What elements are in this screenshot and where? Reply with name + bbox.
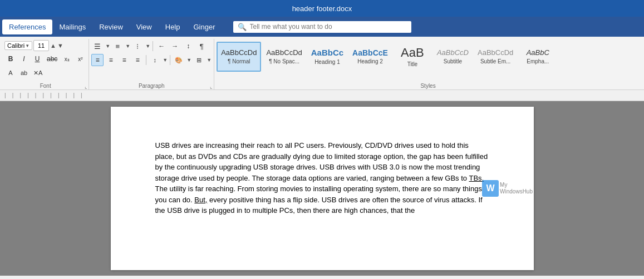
align-center-button[interactable]: ≡ — [105, 54, 117, 66]
but-text: But, — [194, 196, 207, 204]
numbering-dropdown[interactable]: ▼ — [125, 43, 130, 49]
divider2 — [146, 55, 146, 65]
style-no-spacing-label: ¶ No Spac... — [269, 58, 299, 64]
tbs-text: TBs. — [469, 174, 484, 182]
document-page[interactable]: USB drives are increasing their reach to… — [111, 107, 534, 270]
ruler: | | | | | | | | | | | — [4, 92, 82, 98]
font-size-up[interactable]: ▲ — [50, 42, 56, 49]
styles-list: AaBbCcDd ¶ Normal AaBbCcDd ¶ No Spac... … — [217, 40, 640, 82]
document-body: USB drives are increasing their reach to… — [155, 140, 489, 216]
sort-button[interactable]: ↕ — [182, 40, 194, 52]
styles-group-label: Styles — [214, 83, 642, 89]
clear-format-button[interactable]: ✕A — [31, 67, 45, 79]
font-expand[interactable]: ⌞ — [85, 83, 87, 89]
font-dropdown-arrow: ▼ — [25, 43, 30, 48]
numbering-button[interactable]: ≡ — [111, 40, 124, 52]
style-heading1[interactable]: AaBbCc Heading 1 — [307, 42, 347, 72]
paragraph-section: ☰ ▼ ≡ ▼ ⁝ ▼ ← → ↕ ¶ ≡ ≡ ≡ ≡ ↕ ▼ 🎨 ▼ ⊞ ▼ … — [89, 39, 214, 89]
menu-references[interactable]: References — [2, 19, 52, 34]
style-title-label: Title — [407, 61, 418, 67]
shading-button[interactable]: 🎨 — [173, 54, 185, 66]
font-size-input[interactable] — [33, 40, 49, 51]
divider3 — [170, 55, 170, 65]
align-right-button[interactable]: ≡ — [118, 54, 130, 66]
document-title: header footer.docx — [292, 4, 352, 13]
font-name-dropdown[interactable]: Calibri ▼ — [4, 41, 32, 50]
style-heading2-label: Heading 2 — [357, 58, 383, 64]
font-label: Font — [2, 83, 89, 89]
shading-dropdown[interactable]: ▼ — [186, 57, 191, 63]
style-normal-label: ¶ Normal — [228, 58, 250, 64]
menu-help[interactable]: Help — [159, 19, 187, 34]
strikethrough-button[interactable]: abc — [45, 53, 60, 65]
search-icon: 🔍 — [238, 23, 247, 31]
paragraph-label: Paragraph — [89, 83, 214, 89]
style-no-spacing[interactable]: AaBbCcDd ¶ No Spac... — [262, 42, 306, 72]
document-area: USB drives are increasing their reach to… — [0, 101, 644, 276]
divider1 — [153, 41, 153, 51]
style-title-preview: AaB — [401, 46, 424, 60]
menu-view[interactable]: View — [130, 19, 159, 34]
increase-indent[interactable]: → — [169, 40, 181, 52]
style-subtitle-preview: AaBbCcD — [437, 48, 469, 57]
title-bar: header footer.docx — [0, 0, 644, 17]
style-heading2-preview: AaBbCcE — [352, 48, 388, 58]
search-input[interactable] — [250, 23, 407, 31]
style-emphasis-label: Empha... — [527, 58, 549, 64]
font-section: Calibri ▼ ▲ ▼ B I U abc x₂ x² A ab ✕A Fo… — [2, 39, 89, 89]
font-size-down[interactable]: ▼ — [57, 42, 63, 49]
line-spacing-button[interactable]: ↕ — [149, 54, 161, 66]
styles-section: AaBbCcDd ¶ Normal AaBbCcDd ¶ No Spac... … — [214, 39, 642, 89]
style-subtle-em[interactable]: AaBbCcDd Subtle Em... — [474, 42, 517, 72]
style-normal[interactable]: AaBbCcDd ¶ Normal — [217, 42, 261, 72]
decrease-indent[interactable]: ← — [155, 40, 168, 52]
justify-button[interactable]: ≡ — [131, 54, 144, 66]
superscript-button[interactable]: x² — [74, 53, 86, 65]
search-box[interactable]: 🔍 — [233, 21, 411, 33]
style-heading1-preview: AaBbCc — [311, 48, 343, 58]
multilevel-dropdown[interactable]: ▼ — [145, 43, 150, 49]
menu-bar: References Mailings Review View Help Gin… — [0, 17, 644, 37]
style-title[interactable]: AaB Title — [393, 42, 432, 72]
style-emphasis-preview: AaBbC — [527, 48, 549, 57]
borders-dropdown[interactable]: ▼ — [207, 57, 212, 63]
show-marks-button[interactable]: ¶ — [195, 40, 208, 52]
style-heading2[interactable]: AaBbCcE Heading 2 — [348, 42, 392, 72]
font-color-button[interactable]: A — [4, 67, 17, 79]
highlight-button[interactable]: ab — [18, 67, 30, 79]
italic-button[interactable]: I — [18, 53, 30, 65]
menu-mailings[interactable]: Mailings — [52, 19, 92, 34]
style-subtle-em-preview: AaBbCcDd — [478, 48, 513, 57]
style-subtle-em-label: Subtle Em... — [480, 58, 510, 64]
align-left-button[interactable]: ≡ — [91, 54, 104, 66]
ruler-bar: | | | | | | | | | | | — [0, 90, 644, 101]
bold-button[interactable]: B — [4, 53, 17, 65]
underline-button[interactable]: U — [31, 53, 43, 65]
style-emphasis[interactable]: AaBbC Empha... — [518, 42, 557, 72]
style-subtitle-label: Subtitle — [444, 58, 462, 64]
ribbon: Calibri ▼ ▲ ▼ B I U abc x₂ x² A ab ✕A Fo… — [0, 37, 644, 90]
line-spacing-dropdown[interactable]: ▼ — [163, 57, 168, 63]
paragraph-expand[interactable]: ⌞ — [210, 83, 213, 89]
borders-button[interactable]: ⊞ — [193, 54, 205, 66]
style-subtitle[interactable]: AaBbCcD Subtitle — [433, 42, 473, 72]
bullets-button[interactable]: ☰ — [91, 40, 104, 52]
menu-ginger[interactable]: Ginger — [187, 19, 222, 34]
subscript-button[interactable]: x₂ — [61, 53, 73, 65]
style-normal-preview: AaBbCcDd — [221, 48, 257, 57]
menu-review[interactable]: Review — [92, 19, 130, 34]
style-heading1-label: Heading 1 — [314, 59, 340, 65]
bullets-dropdown[interactable]: ▼ — [105, 43, 110, 49]
style-no-spacing-preview: AaBbCcDd — [266, 48, 302, 57]
multilevel-list-button[interactable]: ⁝ — [131, 40, 144, 52]
